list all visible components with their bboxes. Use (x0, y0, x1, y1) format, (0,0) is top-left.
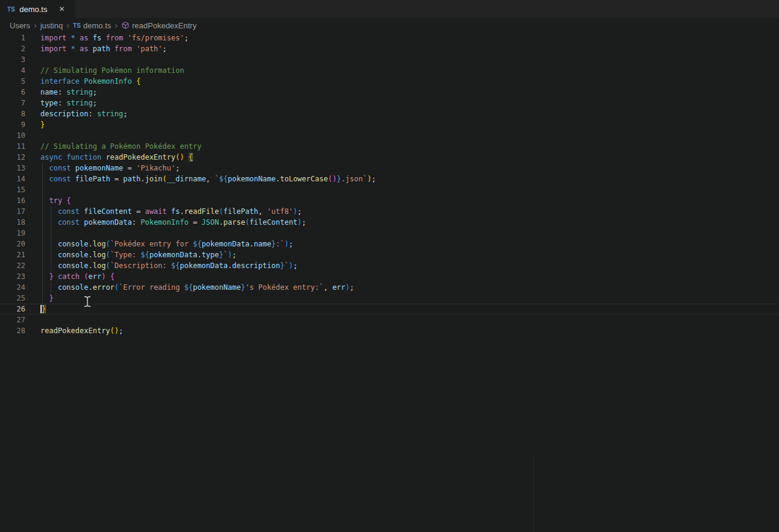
line-number[interactable]: 3 (0, 54, 25, 65)
breadcrumb: Users › justinq › TS demo.ts › readPoked… (0, 18, 779, 33)
line-number[interactable]: 6 (0, 87, 25, 98)
line-number[interactable]: 28 (0, 325, 25, 336)
code-text (25, 315, 40, 325)
code-text: const pokemonData: PokemonInfo = JSON.pa… (25, 217, 306, 228)
line-number[interactable]: 15 (0, 184, 25, 195)
code-text: } (25, 304, 46, 315)
code-line[interactable]: 9} (0, 119, 779, 130)
code-line[interactable]: 14 const filePath = path.join(__dirname,… (0, 174, 779, 184)
code-text (25, 184, 40, 195)
line-number[interactable]: 2 (0, 43, 25, 54)
code-line[interactable]: 2import * as path from 'path'; (0, 43, 779, 54)
code-text: import * as path from 'path'; (25, 43, 167, 54)
code-line[interactable]: 13 const pokemonName = 'Pikachu'; (0, 163, 779, 174)
line-number[interactable]: 16 (0, 195, 25, 206)
faint-divider (533, 456, 534, 532)
code-text: } (25, 119, 45, 130)
code-line[interactable]: 5interface PokemonInfo { (0, 76, 779, 87)
code-line[interactable]: 25 } (0, 293, 779, 304)
line-number[interactable]: 12 (0, 152, 25, 163)
line-number[interactable]: 11 (0, 141, 25, 152)
line-number[interactable]: 20 (0, 239, 25, 249)
line-number[interactable]: 18 (0, 217, 25, 228)
code-line[interactable]: 26} (0, 304, 779, 315)
code-text: console.log(`Type: ${pokemonData.type}`)… (25, 249, 236, 260)
line-number[interactable]: 5 (0, 76, 25, 87)
code-line[interactable]: 17 const fileContent = await fs.readFile… (0, 206, 779, 217)
line-number[interactable]: 22 (0, 260, 25, 271)
code-text (25, 228, 40, 239)
breadcrumb-item-users[interactable]: Users (10, 21, 30, 30)
code-text: const filePath = path.join(__dirname, `$… (25, 174, 376, 184)
code-text: try { (25, 195, 71, 206)
line-number[interactable]: 27 (0, 315, 25, 325)
code-text: async function readPokedexEntry() { (25, 152, 193, 163)
line-number[interactable]: 14 (0, 174, 25, 184)
code-line[interactable]: 11// Simulating a Pokémon Pokédex entry (0, 141, 779, 152)
line-number[interactable]: 7 (0, 98, 25, 108)
code-line[interactable]: 6name: string; (0, 87, 779, 98)
code-line[interactable]: 19 (0, 228, 779, 239)
code-text (25, 54, 40, 65)
typescript-file-icon: TS (7, 6, 15, 13)
typescript-file-icon: TS (73, 22, 81, 29)
symbol-method-cube-icon (121, 21, 130, 30)
code-line[interactable]: 24 console.error(`Error reading ${pokemo… (0, 282, 779, 293)
code-line[interactable]: 8description: string; (0, 108, 779, 119)
code-text: console.log(`Pokédex entry for ${pokemon… (25, 239, 293, 249)
chevron-right-icon: › (34, 20, 37, 30)
code-line[interactable]: 22 console.log(`Description: ${pokemonDa… (0, 260, 779, 271)
code-line[interactable]: 12async function readPokedexEntry() { (0, 152, 779, 163)
code-line[interactable]: 28readPokedexEntry(); (0, 325, 779, 336)
code-text: } catch (err) { (25, 271, 115, 282)
chevron-right-icon: › (66, 20, 69, 30)
code-line[interactable]: 21 console.log(`Type: ${pokemonData.type… (0, 249, 779, 260)
code-line[interactable]: 1import * as fs from 'fs/promises'; (0, 33, 779, 43)
close-tab-icon[interactable]: ✕ (58, 5, 65, 13)
code-line[interactable]: 3 (0, 54, 779, 65)
code-text: readPokedexEntry(); (25, 325, 123, 336)
editor[interactable]: 1import * as fs from 'fs/promises';2impo… (0, 33, 779, 532)
code-text: const pokemonName = 'Pikachu'; (25, 163, 180, 174)
code-line[interactable]: 27 (0, 315, 779, 325)
code-text: interface PokemonInfo { (25, 76, 140, 87)
line-number[interactable]: 8 (0, 108, 25, 119)
code-text: } (25, 293, 54, 304)
line-number[interactable]: 26 (0, 304, 25, 315)
line-number[interactable]: 1 (0, 33, 25, 43)
line-number[interactable]: 24 (0, 282, 25, 293)
line-number[interactable]: 19 (0, 228, 25, 239)
code-text (25, 130, 40, 141)
code-text: type: string; (25, 98, 97, 108)
code-line[interactable]: 7type: string; (0, 98, 779, 108)
chevron-right-icon: › (115, 20, 118, 30)
code-line[interactable]: 15 (0, 184, 779, 195)
code-text: const fileContent = await fs.readFile(fi… (25, 206, 302, 217)
code-text: console.log(`Description: ${pokemonData.… (25, 260, 297, 271)
line-number[interactable]: 9 (0, 119, 25, 130)
tab-bar: TS demo.ts ✕ (0, 0, 779, 18)
line-number[interactable]: 4 (0, 65, 25, 76)
code-line[interactable]: 4// Simulating Pokémon information (0, 65, 779, 76)
code-text: import * as fs from 'fs/promises'; (25, 33, 189, 43)
line-number[interactable]: 21 (0, 249, 25, 260)
code-line[interactable]: 20 console.log(`Pokédex entry for ${poke… (0, 239, 779, 249)
code-line[interactable]: 23 } catch (err) { (0, 271, 779, 282)
line-number[interactable]: 25 (0, 293, 25, 304)
code-text: console.error(`Error reading ${pokemonNa… (25, 282, 354, 293)
tab-demo-ts[interactable]: TS demo.ts ✕ (0, 0, 75, 18)
code-line[interactable]: 10 (0, 130, 779, 141)
breadcrumb-item-file[interactable]: TS demo.ts (73, 21, 111, 30)
breadcrumb-item-symbol[interactable]: readPokedexEntry (121, 21, 197, 30)
line-number[interactable]: 13 (0, 163, 25, 174)
code-line[interactable]: 18 const pokemonData: PokemonInfo = JSON… (0, 217, 779, 228)
code-line[interactable]: 16 try { (0, 195, 779, 206)
tab-title: demo.ts (19, 5, 47, 14)
breadcrumb-item-justinq[interactable]: justinq (40, 21, 63, 30)
line-number[interactable]: 17 (0, 206, 25, 217)
line-number[interactable]: 10 (0, 130, 25, 141)
code-text: // Simulating a Pokémon Pokédex entry (25, 141, 201, 152)
code-lines[interactable]: 1import * as fs from 'fs/promises';2impo… (0, 33, 779, 336)
code-text: // Simulating Pokémon information (25, 65, 184, 76)
line-number[interactable]: 23 (0, 271, 25, 282)
